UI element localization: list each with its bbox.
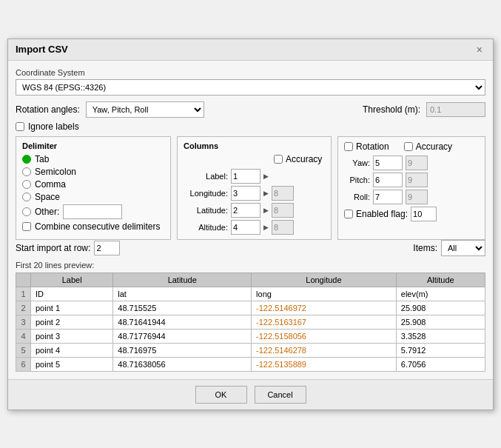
delimiter-title: Delimiter xyxy=(22,141,164,150)
yaw-label: Yaw: xyxy=(344,158,370,167)
items-select[interactable]: All xyxy=(441,240,485,256)
table-row: 2point 148.715525-122.514697225.908 xyxy=(16,301,485,315)
columns-header: Accuracy xyxy=(184,154,325,164)
delimiter-box: Delimiter Tab Semicolon Comma Space xyxy=(16,136,171,240)
pitch-accuracy-input[interactable] xyxy=(406,173,428,187)
label-col-row: Label: ▶ xyxy=(184,169,325,184)
enabled-flag-input[interactable] xyxy=(411,207,437,221)
coordinate-system-section: Coordinate System WGS 84 (EPSG::4326) xyxy=(16,68,485,96)
semicolon-radio[interactable] xyxy=(22,167,31,176)
dialog-body: Coordinate System WGS 84 (EPSG::4326) Ro… xyxy=(8,61,493,379)
space-radio[interactable] xyxy=(22,193,31,201)
cell-label: point 4 xyxy=(31,343,113,357)
label-arrow-icon: ▶ xyxy=(263,173,269,180)
cancel-button[interactable]: Cancel xyxy=(255,386,306,404)
start-row: Start import at row: xyxy=(16,241,120,255)
dialog-title: Import CSV xyxy=(16,44,68,55)
preview-header-label: Label xyxy=(31,273,113,287)
longitude-col-row: Longitude: ▶ xyxy=(184,186,325,201)
row-number: 3 xyxy=(16,315,31,329)
coordinate-system-label: Coordinate System xyxy=(16,68,485,77)
pitch-row: Pitch: xyxy=(344,173,479,187)
rotation-angles-label: Rotation angles: xyxy=(16,104,80,115)
preview-label: First 20 lines preview: xyxy=(16,261,485,270)
yaw-input[interactable] xyxy=(373,156,403,170)
rotation-accuracy-label: Accuracy xyxy=(416,141,452,152)
main-columns-section: Delimiter Tab Semicolon Comma Space xyxy=(16,136,485,240)
table-row: 4point 348.71776944-122.51580563.3528 xyxy=(16,329,485,343)
items-label: Items: xyxy=(413,243,437,253)
latitude-col-row: Latitude: ▶ xyxy=(184,203,325,218)
latitude-col-label: Latitude: xyxy=(184,206,228,215)
longitude-col-input[interactable] xyxy=(231,186,260,201)
other-input[interactable] xyxy=(63,204,122,219)
start-import-label: Start import at row: xyxy=(16,243,90,253)
roll-row: Roll: xyxy=(344,190,479,204)
label-col-input[interactable] xyxy=(231,169,260,184)
combine-checkbox[interactable] xyxy=(22,222,31,231)
table-row: 6point 548.71638056-122.51358896.7056 xyxy=(16,357,485,371)
rotation-angles-select[interactable]: Yaw, Pitch, Roll xyxy=(86,101,204,118)
threshold-input[interactable] xyxy=(426,102,485,117)
columns-box: Columns Accuracy Label: ▶ xyxy=(177,136,332,240)
cell-altitude: elev(m) xyxy=(396,287,485,301)
latitude-accuracy-input[interactable] xyxy=(272,203,294,218)
delim-space-row: Space xyxy=(22,192,164,202)
start-row-input[interactable] xyxy=(94,241,120,255)
delim-tab-row: Tab xyxy=(22,154,164,164)
comma-radio[interactable] xyxy=(22,180,31,189)
start-items-row: Start import at row: Items: All xyxy=(16,240,485,256)
enabled-flag-row: Enabled flag: xyxy=(344,207,479,221)
altitude-col-label: Altitude: xyxy=(184,223,228,232)
columns-grid: Accuracy Label: ▶ Longitude: ▶ xyxy=(184,154,325,235)
altitude-accuracy-input[interactable] xyxy=(272,220,294,235)
other-radio[interactable] xyxy=(22,207,31,216)
ok-button[interactable]: OK xyxy=(195,386,247,404)
cell-longitude: long xyxy=(252,287,397,301)
delim-semicolon-row: Semicolon xyxy=(22,167,164,177)
ignore-labels-checkbox[interactable] xyxy=(16,122,24,131)
altitude-col-row: Altitude: ▶ xyxy=(184,220,325,235)
cell-label: ID xyxy=(31,287,113,301)
items-row: Items: All xyxy=(413,240,485,256)
comma-label: Comma xyxy=(35,179,66,190)
cell-altitude: 25.908 xyxy=(396,315,485,329)
altitude-arrow-icon: ▶ xyxy=(263,224,269,231)
roll-input[interactable] xyxy=(373,190,403,204)
table-row: 3point 248.71641944-122.516316725.908 xyxy=(16,315,485,329)
cell-latitude: 48.71776944 xyxy=(113,329,252,343)
preview-header-longitude: Longitude xyxy=(252,273,397,287)
altitude-col-input[interactable] xyxy=(231,220,260,235)
latitude-col-input[interactable] xyxy=(231,203,260,218)
yaw-accuracy-input[interactable] xyxy=(406,156,428,170)
combine-label: Combine consecutive delimiters xyxy=(35,221,160,232)
tab-radio[interactable] xyxy=(22,155,31,164)
cell-altitude: 25.908 xyxy=(396,301,485,315)
cell-longitude: -122.5158056 xyxy=(252,329,397,343)
preview-table: Label Latitude Longitude Altitude 1IDlat… xyxy=(16,273,485,372)
longitude-col-label: Longitude: xyxy=(184,189,228,198)
cell-latitude: 48.715525 xyxy=(113,301,252,315)
enabled-flag-checkbox[interactable] xyxy=(344,210,353,218)
pitch-input[interactable] xyxy=(373,173,403,187)
pitch-label: Pitch: xyxy=(344,175,370,184)
coordinate-system-select[interactable]: WGS 84 (EPSG::4326) xyxy=(16,79,485,96)
cell-label: point 5 xyxy=(31,357,113,371)
threshold-label: Threshold (m): xyxy=(363,104,420,115)
delim-comma-row: Comma xyxy=(22,179,164,190)
other-label: Other: xyxy=(35,207,59,217)
close-button[interactable]: × xyxy=(474,44,485,56)
preview-header-idx xyxy=(16,273,31,287)
longitude-accuracy-input[interactable] xyxy=(272,186,294,201)
rotation-accuracy-checkbox[interactable] xyxy=(404,142,413,151)
cell-longitude: -122.5146972 xyxy=(252,301,397,315)
roll-label: Roll: xyxy=(344,193,370,201)
cell-label: point 3 xyxy=(31,329,113,343)
label-accuracy-checkbox[interactable] xyxy=(274,155,283,164)
rotation-checkbox[interactable] xyxy=(344,142,353,151)
table-row: 1IDlatlongelev(m) xyxy=(16,287,485,301)
roll-accuracy-input[interactable] xyxy=(406,190,428,204)
columns-title: Columns xyxy=(184,141,325,150)
cell-label: point 1 xyxy=(31,301,113,315)
row-number: 5 xyxy=(16,343,31,357)
